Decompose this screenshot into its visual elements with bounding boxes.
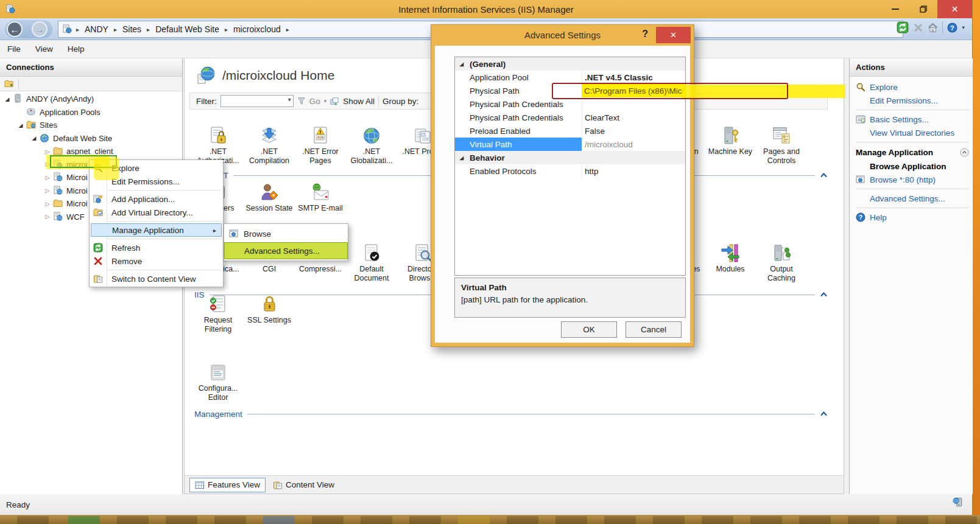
action-view-virtual-directories[interactable]: View Virtual Directories — [856, 126, 969, 139]
context-menu-item-add-virtual-directory-[interactable]: Add Virtual Directory... — [90, 206, 223, 219]
property-value[interactable]: False — [582, 124, 685, 138]
taskbar-app-icon[interactable] — [68, 516, 100, 524]
action-advanced-settings-[interactable]: Advanced Settings... — [856, 192, 969, 205]
tab-content-view[interactable]: Content View — [268, 478, 339, 492]
action-help[interactable]: ?Help — [856, 211, 969, 224]
property-value[interactable]: .NET v4.5 Classic — [582, 71, 685, 84]
taskbar-app-icon[interactable] — [945, 516, 977, 524]
breadcrumb-arrow-icon[interactable]: ▸ — [282, 26, 294, 33]
feature-default-document[interactable]: Default Document — [346, 242, 397, 283]
show-all-button[interactable]: Show All — [343, 97, 375, 106]
feature-configura-editor[interactable]: Configura... Editor — [192, 362, 244, 402]
dialog-close-icon[interactable]: ✕ — [656, 27, 691, 43]
feature-smtp-e-mail[interactable]: SMTP E-mail — [295, 181, 346, 213]
property-value[interactable]: /microixcloud — [582, 138, 685, 151]
feature-pages-and-controls[interactable]: Pages and Controls — [756, 125, 807, 166]
save-connection-icon[interactable] — [4, 79, 13, 88]
submenu-item-browse[interactable]: Browse — [224, 225, 348, 242]
restore-icon[interactable] — [909, 0, 937, 18]
menu-view[interactable]: View — [28, 42, 60, 56]
context-menu-item-remove[interactable]: Remove — [90, 254, 223, 268]
cancel-button[interactable]: Cancel — [626, 321, 682, 338]
tree-expander-icon[interactable]: ◢ — [17, 122, 24, 128]
taskbar-app-icon[interactable] — [214, 516, 246, 524]
context-menu-item-edit-permissions-[interactable]: Edit Permissions... — [90, 175, 223, 188]
forward-icon[interactable]: → — [32, 21, 48, 37]
collapse-section-icon[interactable] — [820, 172, 828, 180]
dropdown-icon[interactable]: ▾ — [962, 24, 965, 30]
tree-expander-icon[interactable]: ◢ — [4, 96, 11, 102]
tree-item-aspnet-client[interactable]: ▷aspnet_client — [0, 145, 182, 158]
context-menu-item-switch-to-content-view[interactable]: Switch to Content View — [90, 272, 223, 285]
property-row-preload-enabled[interactable]: Preload EnabledFalse — [455, 124, 685, 138]
breadcrumb-item[interactable]: ANDY — [83, 24, 110, 34]
feature-output-caching[interactable]: Output Caching — [756, 242, 807, 283]
taskbar-app-icon[interactable] — [263, 516, 295, 524]
property-group-behavior[interactable]: ◢Behavior — [455, 151, 685, 164]
breadcrumb-arrow-icon[interactable]: ▸ — [220, 26, 232, 33]
tree-expander-icon[interactable]: ▷ — [44, 161, 51, 167]
action-browse-80-http-[interactable]: Browse *:80 (http) — [856, 173, 969, 186]
action-explore[interactable]: Explore — [856, 80, 969, 94]
tree-item-application-pools[interactable]: Application Pools — [0, 106, 182, 119]
property-value[interactable]: C:\Program Files (x86)\Microix\Wor — [582, 84, 685, 97]
go-button[interactable]: Go — [309, 97, 320, 106]
breadcrumb-item[interactable]: Sites — [121, 24, 143, 34]
taskbar-app-icon[interactable] — [17, 516, 49, 524]
action-edit-permissions-[interactable]: Edit Permissions... — [856, 94, 969, 107]
home-icon[interactable] — [928, 23, 938, 33]
context-menu-item-refresh[interactable]: Refresh — [90, 241, 223, 254]
property-row-physical-path[interactable]: Physical PathC:\Program Files (x86)\Micr… — [455, 84, 685, 97]
feature--net-error-pages[interactable]: 404.NET Error Pages — [295, 125, 346, 166]
collapse-section-icon[interactable] — [820, 410, 828, 418]
property-row-virtual-path[interactable]: Virtual Path/microixcloud — [455, 138, 685, 151]
feature-machine-key[interactable]: Machine Key — [705, 125, 756, 156]
ok-button[interactable]: OK — [561, 321, 617, 338]
context-menu-item-manage-application[interactable]: Manage Application▸ — [91, 223, 222, 237]
feature-request-filtering[interactable]: Request Filtering — [192, 293, 244, 334]
breadcrumb-item[interactable]: microixcloud — [232, 24, 282, 34]
tree-expander-icon[interactable]: ▷ — [44, 148, 51, 155]
dialog-help-icon[interactable]: ? — [642, 29, 648, 40]
chevron-up-circle-icon[interactable] — [960, 148, 969, 157]
feature--net-globalizati-[interactable]: .NET Globalizati... — [346, 125, 397, 166]
tab-features-view[interactable]: Features View — [189, 478, 266, 492]
property-value[interactable] — [582, 97, 685, 111]
taskbar-app-icon[interactable] — [702, 516, 733, 524]
taskbar-app-icon[interactable] — [653, 516, 685, 524]
group-expander-icon[interactable]: ◢ — [455, 61, 468, 67]
tree-expander-icon[interactable]: ◢ — [30, 135, 38, 141]
close-icon[interactable]: ✕ — [937, 0, 972, 18]
property-value[interactable]: ClearText — [582, 111, 685, 124]
taskbar-app-icon[interactable] — [604, 516, 636, 524]
taskbar-app-icon[interactable] — [507, 516, 538, 524]
tree-expander-icon[interactable]: ▷ — [44, 175, 51, 181]
refresh-icon[interactable] — [897, 21, 909, 33]
menu-file[interactable]: File — [0, 42, 28, 56]
dialog-title-bar[interactable]: Advanced Settings ? ✕ — [431, 25, 694, 46]
taskbar-app-icon[interactable] — [117, 516, 149, 524]
property-value[interactable]: http — [582, 164, 685, 178]
taskbar-app-icon[interactable] — [361, 516, 392, 524]
tree-item-default-web-site[interactable]: ◢Default Web Site — [0, 132, 182, 145]
breadcrumb-item[interactable]: Default Web Site — [154, 24, 220, 34]
taskbar-app-icon[interactable] — [897, 516, 928, 524]
back-icon[interactable]: ← — [7, 21, 23, 37]
context-menu-item-explore[interactable]: Explore — [90, 161, 223, 175]
breadcrumb-arrow-icon[interactable]: ▸ — [110, 26, 121, 33]
taskbar-app-icon[interactable] — [555, 516, 587, 524]
taskbar-app-icon[interactable] — [848, 516, 880, 524]
submenu-item-advanced-settings-[interactable]: Advanced Settings... — [224, 242, 348, 259]
context-menu-item-add-application-[interactable]: Add Application... — [90, 192, 223, 206]
taskbar-app-icon[interactable] — [166, 516, 197, 524]
property-row-application-pool[interactable]: Application Pool.NET v4.5 Classic — [455, 71, 685, 84]
title-bar[interactable]: Internet Information Services (IIS) Mana… — [0, 0, 972, 18]
taskbar-app-icon[interactable] — [409, 516, 441, 524]
tree-expander-icon[interactable]: ▷ — [44, 214, 51, 220]
taskbar-app-icon[interactable] — [312, 516, 344, 524]
taskbar-app-icon[interactable] — [799, 516, 831, 524]
property-row-enabled-protocols[interactable]: Enabled Protocolshttp — [455, 164, 685, 178]
breadcrumb-arrow-icon[interactable]: ▸ — [72, 26, 83, 33]
tree-expander-icon[interactable]: ▷ — [44, 187, 51, 194]
collapse-section-icon[interactable] — [820, 291, 828, 299]
